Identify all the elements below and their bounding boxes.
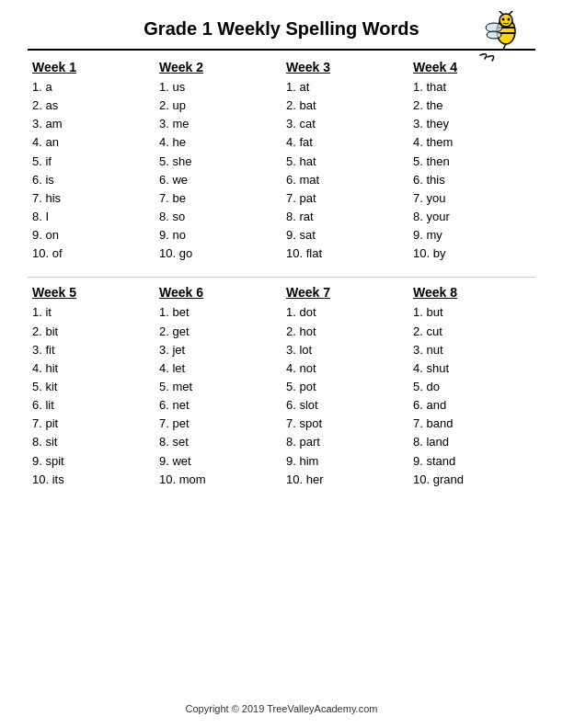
week-col-4: Week 41. that2. the3. they4. them5. then… bbox=[408, 60, 535, 263]
week-header-2: Week 2 bbox=[159, 60, 277, 74]
list-item: 7. pat bbox=[286, 189, 404, 208]
footer: Copyright © 2019 TreeValleyAcademy.com bbox=[0, 703, 563, 714]
week-header-8: Week 8 bbox=[413, 285, 531, 300]
list-item: 10. its bbox=[32, 471, 150, 489]
top-divider bbox=[28, 49, 535, 51]
list-item: 1. it bbox=[32, 303, 150, 322]
list-item: 1. us bbox=[159, 78, 277, 97]
list-item: 4. them bbox=[413, 133, 531, 152]
word-list-1: 1. a2. as3. am4. an5. if6. is7. his8. I9… bbox=[32, 78, 150, 263]
list-item: 6. we bbox=[159, 171, 277, 189]
week-col-7: Week 71. dot2. hot3. lot4. not5. pot6. s… bbox=[282, 285, 408, 488]
list-item: 5. hat bbox=[286, 153, 404, 171]
list-item: 3. me bbox=[159, 115, 277, 133]
list-item: 6. this bbox=[413, 171, 531, 189]
list-item: 1. bet bbox=[159, 303, 277, 322]
list-item: 7. band bbox=[413, 415, 531, 433]
list-item: 9. sat bbox=[286, 226, 404, 245]
weeks-section-1: Week 11. a2. as3. am4. an5. if6. is7. hi… bbox=[28, 60, 535, 263]
list-item: 9. stand bbox=[413, 452, 531, 471]
list-item: 4. shut bbox=[413, 359, 531, 378]
list-item: 1. that bbox=[413, 78, 531, 97]
list-item: 8. your bbox=[413, 208, 531, 226]
svg-point-4 bbox=[502, 18, 505, 21]
list-item: 4. he bbox=[159, 133, 277, 152]
list-item: 8. set bbox=[159, 433, 277, 451]
list-item: 5. then bbox=[413, 153, 531, 171]
list-item: 10. grand bbox=[413, 471, 531, 489]
list-item: 8. so bbox=[159, 208, 277, 226]
svg-point-5 bbox=[508, 18, 511, 21]
list-item: 10. her bbox=[286, 471, 404, 489]
list-item: 10. mom bbox=[159, 471, 277, 489]
list-item: 4. let bbox=[159, 359, 277, 378]
word-list-8: 1. but2. cut3. nut4. shut5. do6. and7. b… bbox=[413, 303, 531, 488]
list-item: 6. lit bbox=[32, 396, 150, 415]
week-col-5: Week 51. it2. bit3. fit4. hit5. kit6. li… bbox=[28, 285, 155, 488]
week-header-1: Week 1 bbox=[32, 60, 150, 74]
word-list-2: 1. us2. up3. me4. he5. she6. we7. be8. s… bbox=[159, 78, 277, 263]
week-col-2: Week 21. us2. up3. me4. he5. she6. we7. … bbox=[155, 60, 282, 263]
list-item: 2. cut bbox=[413, 323, 531, 341]
list-item: 5. met bbox=[159, 378, 277, 396]
list-item: 8. land bbox=[413, 433, 531, 451]
word-list-4: 1. that2. the3. they4. them5. then6. thi… bbox=[413, 78, 531, 263]
section-divider bbox=[28, 277, 535, 278]
list-item: 10. flat bbox=[286, 245, 404, 263]
week-header-3: Week 3 bbox=[286, 60, 404, 74]
weeks-section-2: Week 51. it2. bit3. fit4. hit5. kit6. li… bbox=[28, 285, 535, 488]
week-col-8: Week 81. but2. cut3. nut4. shut5. do6. a… bbox=[408, 285, 535, 488]
list-item: 5. do bbox=[413, 378, 531, 396]
bee-decoration bbox=[471, 11, 531, 74]
week-col-3: Week 31. at2. bat3. cat4. fat5. hat6. ma… bbox=[282, 60, 408, 263]
svg-line-8 bbox=[509, 11, 513, 15]
list-item: 8. rat bbox=[286, 208, 404, 226]
list-item: 6. slot bbox=[286, 396, 404, 415]
list-item: 3. fit bbox=[32, 341, 150, 359]
word-list-3: 1. at2. bat3. cat4. fat5. hat6. mat7. pa… bbox=[286, 78, 404, 263]
list-item: 9. him bbox=[286, 452, 404, 471]
svg-point-11 bbox=[487, 31, 501, 39]
list-item: 8. sit bbox=[32, 433, 150, 451]
list-item: 4. hit bbox=[32, 359, 150, 378]
word-list-6: 1. bet2. get3. jet4. let5. met6. net7. p… bbox=[159, 303, 277, 488]
list-item: 1. dot bbox=[286, 303, 404, 322]
list-item: 9. my bbox=[413, 226, 531, 245]
week-col-1: Week 11. a2. as3. am4. an5. if6. is7. hi… bbox=[28, 60, 155, 263]
list-item: 2. hot bbox=[286, 323, 404, 341]
list-item: 1. but bbox=[413, 303, 531, 322]
list-item: 5. pot bbox=[286, 378, 404, 396]
list-item: 6. and bbox=[413, 396, 531, 415]
list-item: 8. I bbox=[32, 208, 150, 226]
list-item: 2. as bbox=[32, 97, 150, 115]
list-item: 10. by bbox=[413, 245, 531, 263]
list-item: 3. jet bbox=[159, 341, 277, 359]
page: Grade 1 Weekly Spelling Words bbox=[0, 0, 563, 728]
list-item: 9. no bbox=[159, 226, 277, 245]
svg-line-6 bbox=[499, 11, 503, 15]
page-title: Grade 1 Weekly Spelling Words bbox=[144, 18, 419, 40]
week-header-5: Week 5 bbox=[32, 285, 150, 300]
list-item: 9. on bbox=[32, 226, 150, 245]
list-item: 1. at bbox=[286, 78, 404, 97]
list-item: 2. the bbox=[413, 97, 531, 115]
word-list-5: 1. it2. bit3. fit4. hit5. kit6. lit7. pi… bbox=[32, 303, 150, 488]
list-item: 5. kit bbox=[32, 378, 150, 396]
list-item: 7. pet bbox=[159, 415, 277, 433]
list-item: 3. they bbox=[413, 115, 531, 133]
list-item: 9. wet bbox=[159, 452, 277, 471]
list-item: 2. bat bbox=[286, 97, 404, 115]
list-item: 9. spit bbox=[32, 452, 150, 471]
word-list-7: 1. dot2. hot3. lot4. not5. pot6. slot7. … bbox=[286, 303, 404, 488]
list-item: 1. a bbox=[32, 78, 150, 97]
list-item: 2. bit bbox=[32, 323, 150, 341]
list-item: 6. is bbox=[32, 171, 150, 189]
list-item: 5. if bbox=[32, 153, 150, 171]
week-col-6: Week 61. bet2. get3. jet4. let5. met6. n… bbox=[155, 285, 282, 488]
list-item: 10. of bbox=[32, 245, 150, 263]
list-item: 6. mat bbox=[286, 171, 404, 189]
list-item: 7. his bbox=[32, 189, 150, 208]
header: Grade 1 Weekly Spelling Words bbox=[28, 18, 535, 40]
list-item: 7. pit bbox=[32, 415, 150, 433]
list-item: 7. be bbox=[159, 189, 277, 208]
